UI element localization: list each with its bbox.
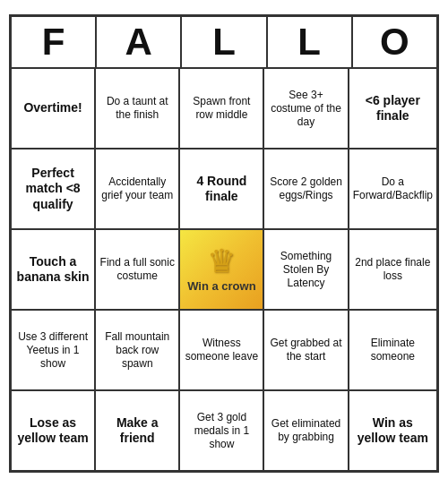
cell-13: Something Stolen By Latency	[263, 229, 348, 310]
cell-4: <6 player finale	[349, 68, 437, 149]
cell-6: Accidentally grief your team	[95, 149, 179, 229]
header-l2: L	[267, 16, 352, 68]
bingo-header: F A L L O	[11, 16, 437, 68]
cell-0: Overtime!	[11, 68, 95, 149]
header-l1: L	[181, 16, 266, 68]
cell-5: Perfect match <8 qualify	[11, 149, 95, 229]
cell-19: Eliminate someone	[349, 310, 437, 390]
cell-9: Do a Forward/Backflip	[349, 149, 437, 229]
cell-8: Score 2 golden eggs/Rings	[263, 149, 348, 229]
cell-crown: ♛ Win a crown	[179, 229, 263, 310]
header-a: A	[96, 16, 181, 68]
bingo-grid: Overtime! Do a taunt at the finish Spawn…	[11, 68, 437, 471]
cell-3: See 3+ costume of the day	[263, 68, 348, 149]
cell-20: Lose as yellow team	[11, 390, 95, 471]
cell-15: Use 3 different Yeetus in 1 show	[11, 310, 95, 390]
crown-label: Win a crown	[187, 279, 255, 294]
crown-icon: ♛	[207, 245, 236, 278]
cell-21: Make a friend	[95, 390, 179, 471]
cell-11: Find a full sonic costume	[95, 229, 179, 310]
cell-24: Win as yellow team	[349, 390, 437, 471]
cell-22: Get 3 gold medals in 1 show	[179, 390, 263, 471]
cell-2: Spawn front row middle	[179, 68, 263, 149]
header-f: F	[11, 16, 96, 68]
cell-18: Get grabbed at the start	[263, 310, 348, 390]
cell-17: Witness someone leave	[179, 310, 263, 390]
cell-14: 2nd place finale loss	[349, 229, 437, 310]
cell-23: Get eliminated by grabbing	[263, 390, 348, 471]
cell-16: Fall mountain back row spawn	[95, 310, 179, 390]
cell-7: 4 Round finale	[179, 149, 263, 229]
bingo-card: F A L L O Overtime! Do a taunt at the fi…	[9, 14, 439, 473]
header-o: O	[352, 16, 437, 68]
cell-1: Do a taunt at the finish	[95, 68, 179, 149]
cell-10: Touch a banana skin	[11, 229, 95, 310]
